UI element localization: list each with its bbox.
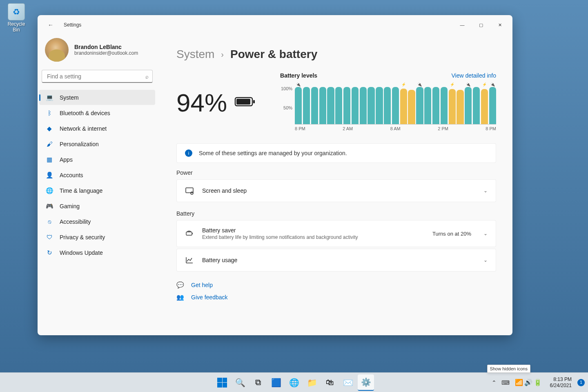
- battery-icon: [234, 95, 256, 110]
- sidebar-item-network[interactable]: ◆Network & internet: [39, 121, 155, 136]
- apps-icon: ▦: [46, 156, 53, 163]
- notifications-badge[interactable]: 1: [577, 379, 585, 386]
- chart-x-axis: 8 PM2 AM8 AM2 PM8 PM: [295, 125, 496, 133]
- breadcrumb-parent[interactable]: System: [176, 48, 214, 61]
- maximize-button[interactable]: ▢: [472, 18, 490, 31]
- nav-list: 💻SystemᛒBluetooth & devices◆Network & in…: [38, 89, 157, 261]
- main-content: System › Power & battery 94% Battery lev…: [160, 35, 512, 335]
- store-button[interactable]: 🛍: [322, 374, 338, 391]
- file-explorer-button[interactable]: 📁: [304, 374, 320, 391]
- chart-bar: [327, 87, 334, 124]
- sidebar-item-label: Personalization: [60, 141, 99, 147]
- back-button[interactable]: ←: [43, 18, 58, 32]
- edge-button[interactable]: 🌐: [286, 374, 302, 391]
- sidebar-item-label: System: [60, 94, 79, 101]
- avatar: [45, 38, 69, 62]
- minimize-button[interactable]: —: [453, 18, 472, 31]
- chart-bar: [465, 87, 472, 124]
- search-input[interactable]: [42, 70, 153, 83]
- info-banner-text: Some of these settings are managed by yo…: [199, 150, 347, 156]
- battery-chart-block: Battery levels View detailed info 100% 5…: [280, 72, 496, 133]
- personalization-icon: 🖌: [46, 140, 53, 148]
- settings-button[interactable]: ⚙️: [358, 374, 374, 391]
- chart-bar: [360, 87, 367, 124]
- svg-rect-2: [236, 99, 250, 105]
- chart-bar: [392, 87, 399, 124]
- keyboard-icon[interactable]: ⌨: [501, 379, 510, 386]
- titlebar: ← Settings — ▢ ✕: [38, 15, 512, 35]
- taskbar-pinned-apps: 🔍 ⧉ 🟦 🌐 📁 🛍 ✉️ ⚙️: [214, 374, 374, 391]
- bolt-icon: ⚡: [449, 82, 456, 87]
- chart-bar: [400, 89, 407, 124]
- battery-saver-card[interactable]: Battery saver Extend battery life by lim…: [176, 220, 496, 247]
- sidebar-item-label: Network & internet: [60, 125, 107, 132]
- search-box: ⌕: [42, 70, 153, 83]
- chart-bar: [408, 90, 415, 124]
- screen-and-sleep-card[interactable]: Screen and sleep ⌄: [176, 179, 496, 202]
- chart-bar: [311, 87, 318, 124]
- close-button[interactable]: ✕: [490, 18, 509, 31]
- view-detailed-link[interactable]: View detailed info: [452, 72, 496, 79]
- chevron-down-icon: ⌄: [483, 231, 488, 236]
- sidebar-item-accessibility[interactable]: ⍉Accessibility: [39, 214, 155, 229]
- chart-bar: [424, 87, 431, 124]
- chart-x-label: 8 AM: [390, 126, 401, 133]
- chevron-right-icon: ›: [221, 50, 224, 59]
- sidebar-item-label: Time & language: [60, 187, 102, 194]
- desktop-icon-recycle-bin[interactable]: Recycle Bin: [4, 3, 29, 33]
- task-view-button[interactable]: ⧉: [250, 374, 266, 391]
- chevron-down-icon: ⌄: [483, 257, 488, 263]
- get-help-link[interactable]: 💬 Get help: [176, 281, 496, 289]
- chart-x-label: 2 AM: [343, 126, 353, 133]
- svg-rect-6: [192, 233, 193, 234]
- network-icon: ◆: [46, 125, 53, 132]
- sidebar-item-apps[interactable]: ▦Apps: [39, 152, 155, 167]
- sidebar-item-gaming[interactable]: 🎮Gaming: [39, 198, 155, 214]
- sidebar-item-update[interactable]: ↻Windows Update: [39, 245, 155, 260]
- system-icon: 💻: [46, 94, 53, 101]
- battery-percent: 94%: [176, 88, 227, 117]
- chart-bar: [368, 87, 374, 124]
- mail-button[interactable]: ✉️: [340, 374, 356, 391]
- chart-bars: [295, 87, 496, 125]
- tray-chevron-up-icon[interactable]: ⌃: [490, 379, 499, 386]
- sidebar-item-time[interactable]: 🌐Time & language: [39, 183, 155, 198]
- sidebar-item-label: Gaming: [60, 203, 80, 209]
- sidebar-item-bluetooth[interactable]: ᛒBluetooth & devices: [39, 105, 155, 120]
- battery-section-label: Battery: [176, 210, 496, 217]
- time-icon: 🌐: [46, 187, 53, 194]
- plug-icon: 🔌: [465, 82, 472, 87]
- window-title: Settings: [64, 22, 81, 28]
- sidebar-item-privacy[interactable]: 🛡Privacy & security: [39, 229, 155, 245]
- quick-settings-button[interactable]: 📶 🔊 🔋: [512, 377, 544, 388]
- sidebar-item-personalization[interactable]: 🖌Personalization: [39, 136, 155, 151]
- window-controls: — ▢ ✕: [453, 18, 509, 31]
- battery-usage-card[interactable]: Battery usage ⌄: [176, 249, 496, 272]
- sidebar-item-label: Accessibility: [60, 218, 91, 225]
- chart-bar: [319, 87, 326, 124]
- give-feedback-link[interactable]: 👥 Give feedback: [176, 294, 496, 301]
- chart-bar: [449, 89, 456, 124]
- chart-bar: [489, 87, 496, 124]
- accessibility-icon: ⍉: [46, 218, 53, 225]
- clock-button[interactable]: 8:13 PM 6/24/2021: [547, 376, 573, 388]
- info-icon: i: [185, 149, 192, 157]
- sidebar: Brandon LeBlanc brandoninsider@outlook.c…: [38, 35, 160, 335]
- sidebar-item-accounts[interactable]: 👤Accounts: [39, 167, 155, 183]
- svg-point-4: [191, 192, 193, 194]
- feedback-icon: 👥: [176, 294, 184, 301]
- chart-bar: [473, 87, 480, 124]
- sidebar-item-system[interactable]: 💻System: [39, 90, 155, 105]
- monitor-icon: [185, 186, 194, 195]
- user-account-block[interactable]: Brandon LeBlanc brandoninsider@outlook.c…: [38, 35, 157, 70]
- widgets-button[interactable]: 🟦: [268, 374, 284, 391]
- sidebar-item-label: Privacy & security: [60, 234, 105, 241]
- search-button[interactable]: 🔍: [232, 374, 248, 391]
- search-icon: ⌕: [145, 74, 149, 80]
- chart-bar: [352, 87, 359, 124]
- start-button[interactable]: [214, 374, 230, 391]
- privacy-icon: 🛡: [46, 234, 53, 241]
- user-email: brandoninsider@outlook.com: [74, 50, 138, 56]
- plug-icon: 🔌: [416, 82, 423, 87]
- user-name: Brandon LeBlanc: [74, 44, 138, 50]
